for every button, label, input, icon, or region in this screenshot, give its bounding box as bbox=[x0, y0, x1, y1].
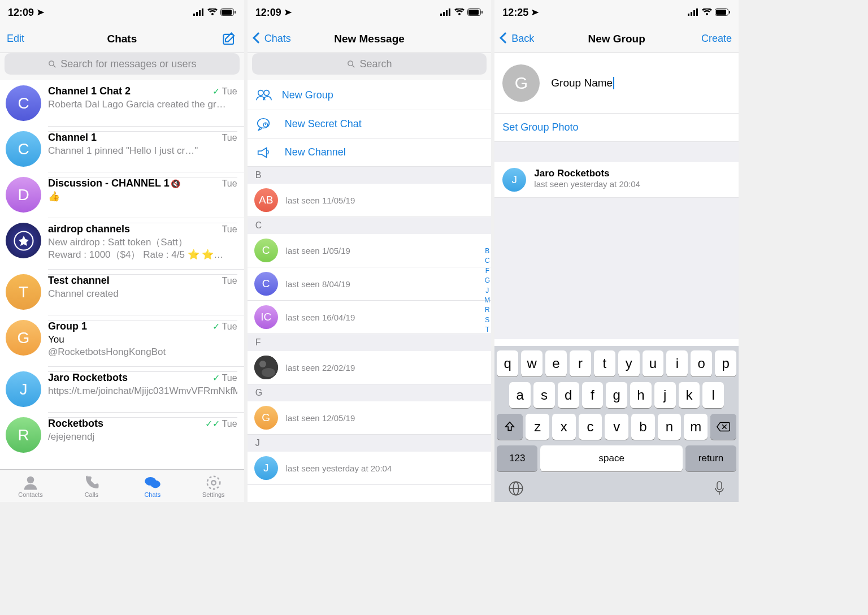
contact-row[interactable]: Jlast seen yesterday at 20:04 bbox=[248, 452, 492, 485]
contacts-list: BABlast seen 11/05/19CClast seen 1/05/19… bbox=[248, 167, 492, 485]
back-button[interactable]: Back bbox=[501, 33, 534, 45]
edit-button[interactable]: Edit bbox=[7, 33, 24, 45]
tab-chats[interactable]: Chats bbox=[122, 470, 183, 502]
contact-row[interactable]: Glast seen 12/05/19 bbox=[248, 401, 492, 435]
key-y[interactable]: y bbox=[618, 350, 640, 376]
index-letter[interactable]: T bbox=[485, 325, 489, 335]
key-q[interactable]: q bbox=[497, 350, 518, 376]
chat-row[interactable]: DDiscussion - CHANNEL 1🔇Tue👍 bbox=[0, 172, 244, 218]
compose-icon bbox=[222, 31, 237, 47]
key-h[interactable]: h bbox=[630, 382, 652, 408]
chat-row[interactable]: TTest channelTueChannel created bbox=[0, 269, 244, 315]
contact-row[interactable]: ABlast seen 11/05/19 bbox=[248, 184, 492, 217]
option-new-group[interactable]: New Group bbox=[248, 80, 492, 110]
globe-icon[interactable] bbox=[508, 480, 524, 496]
key-i[interactable]: i bbox=[666, 350, 688, 376]
gap bbox=[494, 142, 739, 162]
chat-time: Tue bbox=[222, 179, 237, 189]
key-x[interactable]: x bbox=[552, 414, 576, 440]
chat-preview: You@RocketbotsHongKongBot bbox=[48, 334, 237, 358]
svg-point-14 bbox=[211, 480, 216, 485]
key-p[interactable]: p bbox=[715, 350, 736, 376]
search-input[interactable]: Search bbox=[252, 53, 487, 75]
index-letter[interactable]: J bbox=[485, 286, 489, 296]
status-time: 12:09 bbox=[8, 7, 34, 19]
selected-contact-row[interactable]: J Jaro Rocketbots last seen yesterday at… bbox=[494, 162, 739, 198]
option-new-channel[interactable]: New Channel bbox=[248, 138, 492, 166]
tab-settings[interactable]: Settings bbox=[183, 470, 244, 502]
svg-rect-39 bbox=[729, 11, 730, 14]
contact-row[interactable]: Clast seen 8/04/19 bbox=[248, 267, 492, 301]
key-b[interactable]: b bbox=[631, 414, 655, 440]
chat-row[interactable]: CChannel 1TueChannel 1 pinned "Hello I j… bbox=[0, 126, 244, 172]
key-m[interactable]: m bbox=[684, 414, 708, 440]
compose-button[interactable] bbox=[222, 31, 237, 47]
svg-point-27 bbox=[257, 118, 269, 128]
key-w[interactable]: w bbox=[521, 350, 542, 376]
section-header: G bbox=[248, 384, 492, 401]
key-g[interactable]: g bbox=[606, 382, 627, 408]
key-s[interactable]: s bbox=[533, 382, 555, 408]
svg-point-13 bbox=[150, 480, 160, 488]
key-k[interactable]: k bbox=[679, 382, 700, 408]
index-letter[interactable]: F bbox=[485, 266, 489, 276]
key-v[interactable]: v bbox=[605, 414, 628, 440]
key-f[interactable]: f bbox=[582, 382, 604, 408]
chat-time: ✓✓Tue bbox=[205, 418, 237, 429]
key-c[interactable]: c bbox=[579, 414, 602, 440]
index-letter[interactable]: B bbox=[485, 246, 489, 256]
chat-row[interactable]: airdrop channelsTueNew airdrop : Satt to… bbox=[0, 218, 244, 269]
chat-preview: Roberta Dal Lago Garcia created the gr… bbox=[48, 98, 237, 111]
key-a[interactable]: a bbox=[509, 382, 531, 408]
index-letter[interactable]: C bbox=[485, 256, 490, 266]
avatar: J bbox=[502, 168, 526, 192]
chat-row[interactable]: GGroup 1✓TueYou@RocketbotsHongKongBot bbox=[0, 315, 244, 366]
chat-row[interactable]: CChannel 1 Chat 2✓TueRoberta Dal Lago Ga… bbox=[0, 80, 244, 126]
screen-new-group: 12:25 Back New Group Create G Group Name… bbox=[494, 0, 739, 502]
key-t[interactable]: t bbox=[594, 350, 615, 376]
contact-row[interactable]: Clast seen 1/05/19 bbox=[248, 234, 492, 267]
option-new-secret-chat[interactable]: New Secret Chat bbox=[248, 110, 492, 138]
contact-row[interactable]: IClast seen 16/04/19 bbox=[248, 301, 492, 334]
create-button[interactable]: Create bbox=[701, 33, 732, 45]
mic-icon[interactable] bbox=[714, 480, 725, 496]
group-name-row: G Group Name bbox=[494, 53, 739, 114]
option-label: New Secret Chat bbox=[285, 118, 362, 130]
search-input[interactable]: Search for messages or users bbox=[5, 53, 240, 75]
back-button[interactable]: Chats bbox=[254, 33, 291, 45]
group-photo-placeholder[interactable]: G bbox=[502, 64, 540, 102]
tab-calls[interactable]: Calls bbox=[61, 470, 122, 502]
chat-name: Group 1 bbox=[48, 321, 87, 332]
space-key[interactable]: space bbox=[540, 445, 683, 471]
chat-time: Tue bbox=[222, 133, 237, 143]
battery-icon bbox=[467, 8, 483, 16]
backspace-key[interactable] bbox=[710, 414, 736, 440]
key-e[interactable]: e bbox=[545, 350, 567, 376]
index-letter[interactable]: S bbox=[485, 315, 489, 325]
key-r[interactable]: r bbox=[570, 350, 591, 376]
shift-key[interactable] bbox=[497, 414, 523, 440]
numeric-key[interactable]: 123 bbox=[497, 445, 537, 471]
group-name-input[interactable]: Group Name bbox=[551, 77, 614, 90]
tab-contacts[interactable]: Contacts bbox=[0, 470, 61, 502]
key-z[interactable]: z bbox=[526, 414, 549, 440]
index-letter[interactable]: M bbox=[484, 296, 490, 305]
return-key[interactable]: return bbox=[685, 445, 736, 471]
chat-row[interactable]: JJaro Rocketbots✓Tuehttps://t.me/joincha… bbox=[0, 366, 244, 412]
index-scrubber[interactable]: BCFGJMRST bbox=[484, 246, 490, 335]
key-j[interactable]: j bbox=[654, 382, 676, 408]
contact-row[interactable]: last seen 22/02/19 bbox=[248, 351, 492, 384]
key-o[interactable]: o bbox=[691, 350, 712, 376]
set-group-photo-button[interactable]: Set Group Photo bbox=[494, 114, 739, 142]
key-n[interactable]: n bbox=[658, 414, 682, 440]
chat-row[interactable]: RRocketbots✓✓Tue/ejejenendj bbox=[0, 412, 244, 458]
location-icon bbox=[531, 8, 539, 16]
index-letter[interactable]: G bbox=[485, 276, 490, 285]
key-d[interactable]: d bbox=[558, 382, 579, 408]
index-letter[interactable]: R bbox=[485, 305, 490, 315]
avatar: R bbox=[6, 417, 41, 453]
key-l[interactable]: l bbox=[702, 382, 724, 408]
key-u[interactable]: u bbox=[643, 350, 664, 376]
status-time: 12:25 bbox=[502, 7, 528, 19]
avatar: T bbox=[6, 274, 41, 310]
